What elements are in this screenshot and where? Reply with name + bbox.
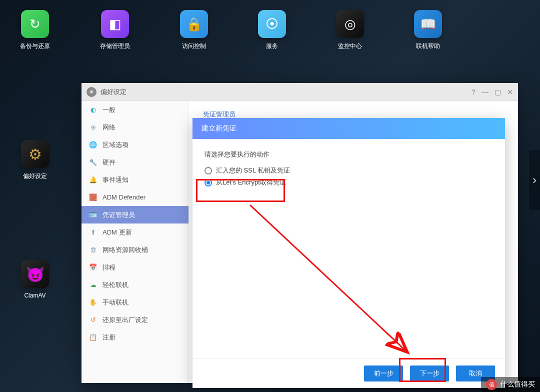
sidebar-item-label: 轻松联机 — [102, 280, 128, 290]
app-icon: ⦿ — [258, 10, 286, 38]
watermark-badge: 值 — [486, 379, 497, 390]
radio-lets-encrypt[interactable]: 从Let's Encrypt取得凭证 — [204, 178, 493, 187]
radio-icon — [204, 167, 212, 174]
window-title: 偏好设定 — [100, 88, 472, 96]
app-label: 偏好设定 — [23, 172, 47, 180]
radio-label: 汇入您的 SSL 私钥及凭证 — [216, 166, 290, 175]
sidebar-item-label: 还原至出厂设定 — [102, 316, 148, 324]
sidebar-item-7[interactable]: ⬆ ADM 更新 — [82, 224, 188, 241]
sidebar-item-1[interactable]: ⊕ 网络 — [82, 118, 188, 136]
sidebar-icon: ◐ — [88, 106, 98, 114]
sidebar-icon: 🌐 — [88, 140, 98, 150]
radio-import-ssl[interactable]: 汇入您的 SSL 私钥及凭证 — [204, 166, 493, 175]
sidebar-item-label: 凭证管理员 — [102, 210, 135, 220]
app-icon: 📖 — [414, 10, 442, 38]
sidebar-icon: ↺ — [88, 316, 98, 324]
radio-label: 从Let's Encrypt取得凭证 — [216, 178, 286, 187]
app-label: 联机帮助 — [416, 42, 440, 50]
sidebar-icon: 📅 — [88, 263, 98, 272]
sidebar-item-12[interactable]: ↺ 还原至出厂设定 — [82, 311, 188, 328]
desktop-icon-col-1[interactable]: 😈 ClamAV — [21, 260, 49, 299]
sidebar-item-label: 硬件 — [102, 158, 116, 167]
preferences-sidebar: ◐ 一般⊕ 网络🌐 区域选项🔧 硬件🔔 事件通知🧱 ADM Defender🪪 … — [82, 101, 189, 383]
sidebar-icon: 📋 — [88, 333, 98, 342]
window-minimize-button[interactable]: — — [482, 88, 488, 96]
desktop-icon-5[interactable]: 📖 联机帮助 — [414, 10, 442, 50]
app-icon: 🔒 — [180, 10, 208, 38]
sidebar-item-label: 网络 — [102, 123, 116, 132]
sidebar-item-label: 手动联机 — [102, 298, 128, 307]
window-titlebar: 偏好设定 ? — ▢ ✕ — [82, 83, 518, 101]
sidebar-icon: 🧱 — [88, 193, 98, 202]
sidebar-item-3[interactable]: 🔧 硬件 — [82, 154, 188, 171]
window-close-button[interactable]: ✕ — [507, 88, 513, 96]
dialog-prompt: 请选择您要执行的动作 — [204, 150, 493, 159]
desktop-icon-3[interactable]: ⦿ 服务 — [258, 10, 286, 50]
sidebar-item-0[interactable]: ◐ 一般 — [82, 101, 188, 118]
radio-icon — [204, 179, 212, 186]
sidebar-item-8[interactable]: 🗑 网络资源回收桶 — [82, 241, 188, 258]
desktop-icon-0[interactable]: ↻ 备份与还原 — [20, 10, 50, 50]
sidebar-icon: 🔧 — [88, 158, 98, 167]
create-certificate-dialog: 建立新凭证 请选择您要执行的动作 汇入您的 SSL 私钥及凭证 从Let's E… — [192, 118, 505, 388]
app-label: 服务 — [266, 42, 278, 50]
sidebar-item-label: ADM 更新 — [102, 228, 132, 237]
desktop: ↻ 备份与还原◧ 存储管理员🔒 访问控制⦿ 服务◎ 监控中心📖 联机帮助 — [0, 0, 540, 60]
sidebar-item-9[interactable]: 📅 排程 — [82, 258, 188, 276]
sidebar-item-2[interactable]: 🌐 区域选项 — [82, 136, 188, 154]
prev-button[interactable]: 前一步 — [364, 366, 403, 382]
app-label: 存储管理员 — [100, 42, 130, 50]
watermark: 值 什么值得买 — [481, 377, 540, 392]
app-label: 备份与还原 — [20, 42, 50, 50]
sidebar-icon: ☁ — [88, 280, 98, 290]
app-label: ClamAV — [24, 292, 46, 299]
app-label: 监控中心 — [338, 42, 362, 50]
sidebar-item-label: 排程 — [102, 263, 116, 272]
app-icon: ◎ — [336, 10, 364, 38]
watermark-text: 什么值得买 — [500, 380, 535, 389]
app-label: 访问控制 — [182, 42, 206, 50]
sidebar-item-5[interactable]: 🧱 ADM Defender — [82, 188, 188, 206]
app-icon: ◧ — [101, 10, 129, 38]
sidebar-icon: ⬆ — [88, 228, 98, 237]
sidebar-item-10[interactable]: ☁ 轻松联机 — [82, 276, 188, 294]
next-button[interactable]: 下一步 — [410, 366, 449, 382]
sidebar-icon: 🔔 — [88, 176, 98, 184]
sidebar-item-label: 区域选项 — [102, 140, 128, 150]
sidebar-icon: ✋ — [88, 298, 98, 307]
desktop-icon-col-0[interactable]: ⚙ 偏好设定 — [21, 140, 49, 180]
sidebar-icon: ⊕ — [88, 123, 98, 132]
app-icon: 😈 — [21, 260, 49, 288]
sidebar-item-4[interactable]: 🔔 事件通知 — [82, 171, 188, 188]
sidebar-icon: 🪪 — [88, 210, 98, 220]
sidebar-item-label: 事件通知 — [102, 176, 128, 184]
sidebar-icon: 🗑 — [88, 246, 98, 254]
desktop-icon-4[interactable]: ◎ 监控中心 — [336, 10, 364, 50]
sidebar-item-label: ADM Defender — [102, 194, 146, 201]
sidebar-item-label: 一般 — [102, 106, 116, 114]
sidebar-item-6[interactable]: 🪪 凭证管理员 — [82, 206, 188, 224]
sidebar-item-11[interactable]: ✋ 手动联机 — [82, 294, 188, 311]
window-maximize-button[interactable]: ▢ — [494, 88, 501, 96]
sidebar-item-label: 注册 — [102, 333, 116, 342]
pager-right-button[interactable]: › — [529, 150, 540, 210]
dialog-title: 建立新凭证 — [192, 118, 505, 139]
sidebar-item-label: 网络资源回收桶 — [102, 246, 148, 254]
desktop-icon-1[interactable]: ◧ 存储管理员 — [100, 10, 130, 50]
sidebar-item-13[interactable]: 📋 注册 — [82, 328, 188, 346]
app-icon: ⚙ — [21, 140, 49, 168]
gear-icon — [86, 87, 96, 97]
app-icon: ↻ — [21, 10, 49, 38]
desktop-icon-2[interactable]: 🔒 访问控制 — [180, 10, 208, 50]
window-help-button[interactable]: ? — [472, 88, 476, 96]
